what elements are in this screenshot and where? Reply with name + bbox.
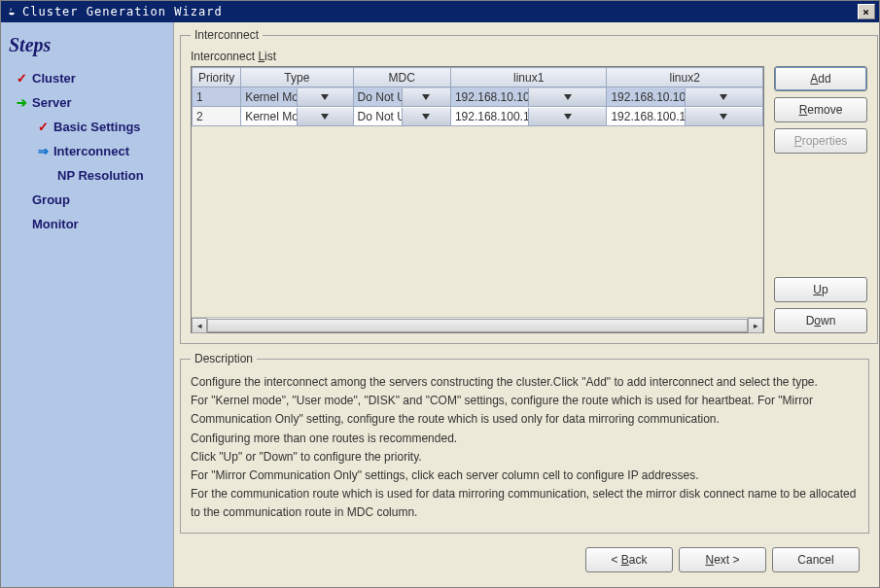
chevron-down-icon[interactable] [528, 88, 606, 106]
scrollbar-thumb[interactable] [207, 319, 748, 332]
scrollbar-track[interactable] [207, 319, 748, 332]
horizontal-scrollbar[interactable]: ◂ ▸ [192, 317, 763, 332]
step-np-resolution[interactable]: NP Resolution [7, 163, 167, 188]
interconnect-table-wrap: Priority Type MDC linux1 linux2 1 Kernel… [191, 66, 764, 333]
chevron-down-icon[interactable] [685, 88, 762, 106]
mdc-cell[interactable]: Do Not Use [353, 87, 450, 107]
step-label: Cluster [32, 71, 76, 86]
cancel-button[interactable]: Cancel [772, 547, 860, 572]
properties-button[interactable]: Properties [774, 128, 867, 154]
down-button[interactable]: Down [774, 308, 867, 333]
close-icon: × [862, 6, 870, 18]
step-label: Basic Settings [53, 120, 141, 134]
step-cluster[interactable]: ✓ Cluster [7, 66, 167, 90]
table-empty-area [192, 126, 763, 317]
step-group[interactable]: Group [7, 188, 167, 212]
next-button[interactable]: Next > [679, 547, 766, 572]
description-text: Configure the interconnect among the ser… [191, 373, 859, 523]
steps-sidebar: Steps ✓ Cluster ➔ Server ✓ Basic Setting… [1, 22, 174, 587]
titlebar: Cluster Generation Wizard × [1, 1, 879, 22]
chevron-down-icon[interactable] [402, 88, 450, 106]
scroll-right-icon[interactable]: ▸ [748, 318, 763, 333]
col-host1[interactable]: linux1 [450, 68, 607, 87]
table-row[interactable]: 2 Kernel Mode Do Not Use 192.168.100.103… [193, 107, 763, 126]
check-icon: ✓ [36, 120, 50, 134]
arrow-green-icon: ➔ [15, 95, 28, 110]
java-icon [5, 5, 18, 18]
step-interconnect[interactable]: ⇒ Interconnect [7, 139, 167, 163]
remove-button[interactable]: Remove [774, 97, 867, 122]
step-label: Monitor [32, 217, 79, 231]
add-button[interactable]: Add [774, 66, 867, 91]
description-legend: Description [191, 352, 257, 365]
col-mdc[interactable]: MDC [353, 68, 450, 87]
col-priority[interactable]: Priority [193, 68, 241, 87]
host1-cell[interactable]: 192.168.10.103 [450, 87, 607, 107]
interconnect-table: Priority Type MDC linux1 linux2 1 Kernel… [192, 67, 763, 126]
check-icon: ✓ [15, 71, 28, 86]
priority-cell[interactable]: 1 [193, 87, 241, 107]
arrow-blue-icon: ⇒ [36, 144, 50, 158]
host2-cell[interactable]: 192.168.10.104 [607, 87, 763, 107]
host1-cell[interactable]: 192.168.100.103 [450, 107, 607, 126]
step-server[interactable]: ➔ Server [7, 90, 167, 115]
chevron-down-icon[interactable] [685, 108, 762, 125]
type-cell[interactable]: Kernel Mode [241, 87, 353, 107]
type-cell[interactable]: Kernel Mode [241, 107, 353, 126]
up-button[interactable]: Up [774, 277, 867, 302]
mdc-cell[interactable]: Do Not Use [353, 107, 450, 126]
step-label: Group [32, 192, 70, 207]
chevron-down-icon[interactable] [402, 108, 450, 125]
interconnect-legend: Interconnect [191, 28, 263, 42]
table-header-row: Priority Type MDC linux1 linux2 [193, 68, 763, 87]
col-type[interactable]: Type [241, 68, 353, 87]
chevron-down-icon[interactable] [297, 108, 353, 125]
steps-heading: Steps [9, 34, 165, 56]
step-label: NP Resolution [57, 168, 144, 183]
priority-cell[interactable]: 2 [193, 107, 241, 126]
step-monitor[interactable]: Monitor [7, 212, 167, 236]
back-button[interactable]: < Back [585, 547, 673, 572]
description-group: Description Configure the interconnect a… [180, 352, 869, 534]
wizard-footer: < Back Next > Cancel [180, 541, 869, 580]
interconnect-list-label: Interconnect List [191, 50, 867, 63]
chevron-down-icon[interactable] [528, 108, 606, 125]
step-basic-settings[interactable]: ✓ Basic Settings [7, 115, 167, 139]
table-row[interactable]: 1 Kernel Mode Do Not Use 192.168.10.103 … [193, 87, 763, 107]
scroll-left-icon[interactable]: ◂ [192, 318, 207, 333]
step-label: Server [32, 95, 71, 110]
col-host2[interactable]: linux2 [607, 68, 763, 87]
close-button[interactable]: × [858, 4, 875, 19]
host2-cell[interactable]: 192.168.100.104 [607, 107, 763, 126]
chevron-down-icon[interactable] [297, 88, 353, 106]
step-label: Interconnect [53, 144, 129, 158]
window-title: Cluster Generation Wizard [22, 5, 223, 18]
interconnect-group: Interconnect Interconnect List Priority … [180, 28, 878, 344]
